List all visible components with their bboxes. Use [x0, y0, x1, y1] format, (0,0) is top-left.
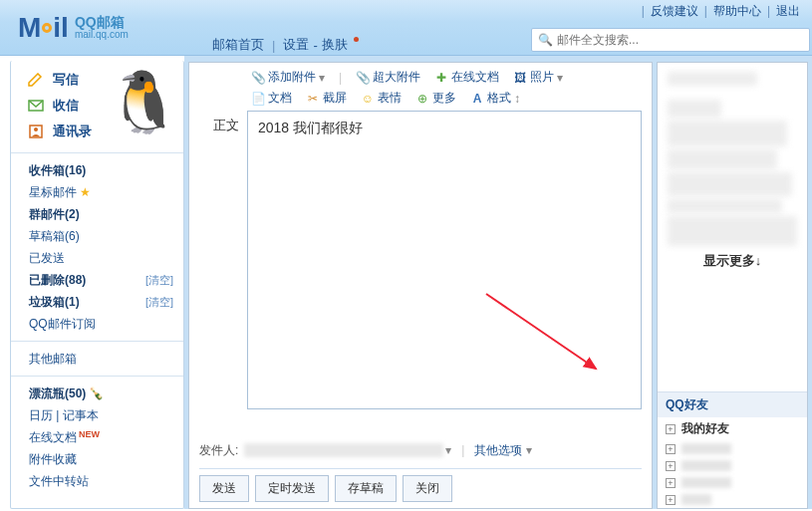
- folder-trash[interactable]: 已删除(88)[清空]: [11, 269, 183, 291]
- folder-inbox[interactable]: 收件箱(16): [11, 159, 183, 181]
- online-doc-icon: ✚: [434, 71, 448, 85]
- expand-icon: +: [666, 495, 676, 505]
- svg-line-3: [486, 294, 596, 369]
- paperclip-icon: 📎: [251, 71, 265, 85]
- star-icon: ★: [80, 185, 91, 199]
- group-my-friends[interactable]: +我的好友: [658, 417, 807, 440]
- svg-point-2: [34, 128, 38, 131]
- folder-draft[interactable]: 草稿箱(6): [11, 225, 183, 247]
- sender-label: 发件人:: [199, 442, 238, 459]
- sidebar-write[interactable]: 写信: [11, 67, 183, 93]
- folder-transfer[interactable]: 文件中转站: [11, 470, 183, 492]
- draft-button[interactable]: 存草稿: [335, 475, 397, 502]
- exit-link[interactable]: 退出: [776, 3, 800, 20]
- sidebar: 🐧 写信 收信 通讯录 收件箱(16): [10, 61, 184, 509]
- logo-text-cn: QQ邮箱: [75, 15, 129, 29]
- tb-attach[interactable]: 📎添加附件▾: [251, 69, 325, 86]
- format-icon: A: [470, 92, 484, 106]
- folder-attach[interactable]: 附件收藏: [11, 448, 183, 470]
- tb-screenshot[interactable]: ✂截屏: [306, 90, 347, 107]
- clear-trash[interactable]: [清空]: [145, 273, 173, 288]
- folder-calendar[interactable]: 日历 | 记事本: [11, 404, 183, 426]
- arrow-annotation: [476, 284, 616, 383]
- sidebar-contacts[interactable]: 通讯录: [11, 119, 183, 144]
- folder-spam[interactable]: 垃圾箱(1)[清空]: [11, 291, 183, 313]
- tb-emoji[interactable]: ☺表情: [361, 90, 402, 107]
- emoji-icon: ☺: [361, 92, 375, 106]
- tb-online-doc[interactable]: ✚在线文档: [434, 69, 499, 86]
- photo-icon: 🖼: [513, 71, 527, 85]
- new-badge: NEW: [79, 429, 100, 439]
- expand-icon: +: [666, 424, 676, 434]
- folder-online-doc[interactable]: 在线文档NEW: [11, 426, 183, 448]
- search-box[interactable]: 🔍: [531, 28, 810, 52]
- group-item[interactable]: +: [658, 474, 807, 491]
- group-item[interactable]: +: [658, 457, 807, 474]
- group-item[interactable]: +: [658, 491, 807, 508]
- clear-spam[interactable]: [清空]: [145, 295, 173, 310]
- tb-big-attach[interactable]: 📎超大附件: [356, 69, 420, 86]
- folder-sub[interactable]: QQ邮件订阅: [11, 313, 183, 335]
- contacts-panel: 显示更多↓ QQ好友 +我的好友 + + + +: [657, 62, 808, 509]
- search-input[interactable]: [557, 33, 803, 47]
- compose-icon: [27, 73, 45, 87]
- search-icon: 🔍: [538, 33, 553, 47]
- qq-friends-header: QQ好友: [658, 392, 807, 417]
- expand-icon: +: [666, 444, 676, 454]
- compose-panel: 📎添加附件▾ | 📎超大附件 ✚在线文档 🖼照片▾ 📄文档 ✂截屏 ☺表情 ⊕更…: [188, 62, 653, 509]
- expand-icon: +: [666, 478, 676, 488]
- logo-text-en: mail.qq.com: [75, 30, 129, 40]
- nav-home[interactable]: 邮箱首页: [212, 36, 264, 54]
- screenshot-icon: ✂: [306, 92, 320, 106]
- inbox-icon: [27, 99, 45, 113]
- more-icon: ⊕: [415, 92, 429, 106]
- folder-other[interactable]: 其他邮箱: [11, 348, 183, 370]
- send-button[interactable]: 发送: [199, 475, 249, 502]
- tb-format[interactable]: A格式↕: [470, 90, 520, 107]
- sender-dropdown-icon[interactable]: ▾: [445, 443, 451, 457]
- contacts-icon: [27, 125, 45, 138]
- folder-sent[interactable]: 已发送: [11, 247, 183, 269]
- tb-more[interactable]: ⊕更多: [415, 90, 456, 107]
- big-attach-icon: 📎: [356, 71, 370, 85]
- sender-value[interactable]: [244, 443, 443, 457]
- body-editor[interactable]: 2018 我们都很好: [247, 111, 642, 409]
- bottle-icon: 🍾: [89, 386, 104, 400]
- tb-doc[interactable]: 📄文档: [251, 90, 292, 107]
- nav-settings[interactable]: 设置: [283, 36, 309, 54]
- folder-star[interactable]: 星标邮件★: [11, 181, 183, 203]
- tb-photo[interactable]: 🖼照片▾: [513, 69, 563, 86]
- folder-group[interactable]: 群邮件(2): [11, 203, 183, 225]
- feedback-link[interactable]: 反馈建议: [651, 3, 698, 20]
- schedule-button[interactable]: 定时发送: [255, 475, 329, 502]
- folder-bottle[interactable]: 漂流瓶(50)🍾: [11, 383, 183, 404]
- nav-skin[interactable]: 换肤: [322, 36, 348, 54]
- close-button[interactable]: 关闭: [403, 475, 452, 502]
- logo[interactable]: Mil QQ邮箱 mail.qq.com: [0, 0, 194, 55]
- show-more[interactable]: 显示更多↓: [662, 249, 803, 276]
- other-options[interactable]: 其他选项 ▾: [474, 442, 531, 459]
- doc-icon: 📄: [251, 92, 265, 106]
- body-label: 正文: [199, 111, 247, 432]
- expand-icon: +: [666, 461, 676, 471]
- group-item[interactable]: +: [658, 440, 807, 457]
- red-dot-icon: [354, 37, 359, 42]
- help-link[interactable]: 帮助中心: [713, 3, 761, 20]
- sidebar-receive[interactable]: 收信: [11, 93, 183, 119]
